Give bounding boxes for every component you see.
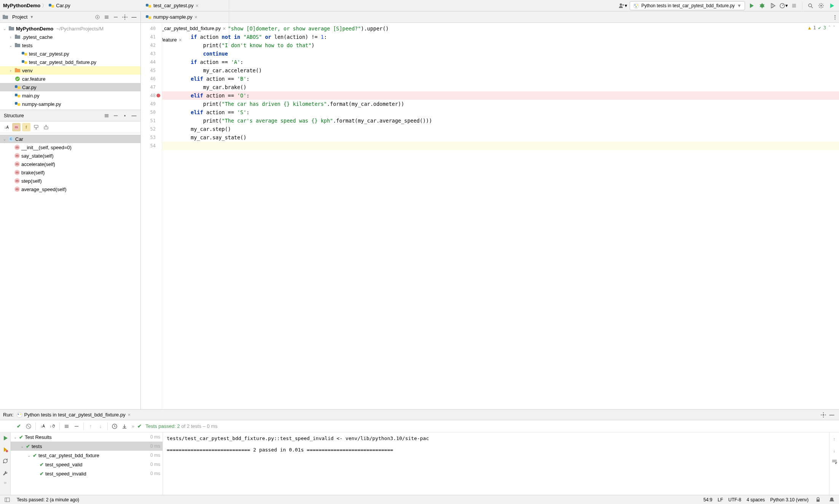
show-ignored-icon[interactable] [24,422,33,431]
project-item[interactable]: test_car_pytest_bdd_fixture.py [0,58,140,66]
test-result-row[interactable]: ⌄✔Test Results0 ms [11,432,163,442]
editor-gutter[interactable]: 404142434445464748495051525354 [141,23,162,409]
structure-member[interactable]: m__init__(self, speed=0) [0,143,140,152]
structure-tree[interactable]: ⌄ C Car m__init__(self, speed=0)msay_sta… [0,133,140,409]
svg-rect-39 [146,4,148,6]
structure-member[interactable]: msay_state(self) [0,152,140,160]
test-result-row[interactable]: ⌄✔test_car_pytest_bdd_fixture0 ms [11,451,163,460]
rerun-failed-icon[interactable] [1,445,10,454]
filter-methods-icon[interactable]: m [12,123,21,131]
project-root[interactable]: ⌄ MyPythonDemo ~/PycharmProjects/M [0,24,140,33]
collapse-all-icon[interactable] [112,112,120,120]
close-icon[interactable]: × [195,14,198,20]
editor-tab[interactable]: numpy-sample.py× [142,11,229,23]
test-result-row[interactable]: ✔test_speed_valid0 ms [11,460,163,469]
collapse-all-icon[interactable] [72,422,81,431]
more-icon[interactable]: » [4,480,6,485]
project-view-title[interactable]: Project [12,14,27,20]
project-item[interactable]: ›venv [0,66,140,75]
test-results-tree[interactable]: ⌄✔Test Results0 ms⌄✔tests0 ms⌄✔test_car_… [11,432,163,495]
close-icon[interactable]: × [196,3,199,9]
profile-button[interactable]: ▾ [779,2,788,10]
scroll-up-icon[interactable]: ↑ [830,435,839,443]
structure-member[interactable]: mbrake(self) [0,168,140,177]
gear-icon[interactable] [121,112,129,120]
next-failed-icon[interactable]: ↓ [96,422,105,431]
autoscroll-from-icon[interactable] [42,123,50,131]
expand-all-icon[interactable] [102,112,111,120]
notifications-icon[interactable] [828,496,836,504]
project-item[interactable]: car.feature [0,75,140,83]
sort-alpha-icon[interactable]: ↓A [2,123,11,131]
structure-member[interactable]: mstep(self) [0,177,140,185]
structure-member[interactable]: maverage_speed(self) [0,185,140,193]
wrench-icon[interactable] [1,468,10,477]
gear-icon[interactable] [819,411,828,419]
project-item[interactable]: numpy-sample.py [0,100,140,108]
svg-point-46 [17,412,22,418]
project-item[interactable]: main.py [0,91,140,100]
autoscroll-to-icon[interactable] [32,123,40,131]
collapse-all-icon[interactable] [112,13,120,21]
svg-rect-17 [9,27,14,30]
coverage-button[interactable] [769,2,777,10]
dropdown-icon[interactable]: ▼ [30,15,33,19]
expand-all-icon[interactable] [102,13,111,21]
next-highlight-icon[interactable]: ˅ [833,25,835,30]
test-result-row[interactable]: ⌄✔tests0 ms [11,442,163,451]
file-encoding[interactable]: UTF-8 [728,497,741,502]
more-icon[interactable]: ⋮ [831,13,839,21]
structure-view-title[interactable]: Structure [4,113,24,118]
hide-icon[interactable]: — [828,411,836,419]
inspections-widget[interactable]: ▲1 ✔3 ˄ ˅ [808,25,835,30]
structure-class[interactable]: ⌄ C Car [0,135,140,143]
run-configuration-selector[interactable]: Python tests in test_car_pytest_bdd_fixt… [630,1,745,10]
structure-member[interactable]: maccelerate(self) [0,160,140,168]
lock-icon[interactable] [814,496,822,504]
project-item[interactable]: Car.py [0,83,140,91]
tool-windows-icon[interactable] [3,496,11,504]
run-tab-label[interactable]: Python tests in test_car_pytest_bdd_fixt… [24,412,125,418]
expand-all-icon[interactable] [62,422,71,431]
run-button[interactable] [747,2,756,10]
breakpoint-icon[interactable] [156,94,160,97]
editor-tab[interactable]: test_car_pytest.py× [142,0,229,11]
cursor-position[interactable]: 54:9 [703,497,712,502]
test-console[interactable]: tests/test_car_pytest_bdd_fixture.py::te… [163,432,829,495]
breadcrumb-file[interactable]: Car.py [56,3,70,8]
test-result-row[interactable]: ✔test_speed_invalid0 ms [11,469,163,478]
add-user-icon[interactable]: ▾ [619,2,627,10]
hide-icon[interactable]: — [130,13,138,21]
sort-duration-icon[interactable]: ↓⏱ [48,422,57,431]
project-item[interactable]: test_car_pytest.py [0,49,140,58]
soft-wrap-icon[interactable] [830,458,839,466]
select-opened-icon[interactable] [93,13,102,21]
code-editor[interactable]: 404142434445464748495051525354 "show [O]… [141,23,839,409]
project-item[interactable]: ›.pytest_cache [0,33,140,41]
close-icon[interactable]: × [128,412,131,418]
filter-fields-icon[interactable]: f [22,123,30,131]
debug-button[interactable] [758,2,766,10]
show-passed-icon[interactable]: ✔ [14,422,23,431]
sort-alpha-icon[interactable]: ↓A [38,422,47,431]
pycharm-icon[interactable] [828,2,836,10]
project-item[interactable]: ⌄tests [0,41,140,49]
python-interpreter[interactable]: Python 3.10 (venv) [770,497,809,502]
prev-highlight-icon[interactable]: ˄ [828,25,831,30]
rerun-button[interactable] [1,434,10,442]
line-separator[interactable]: LF [718,497,723,502]
hide-icon[interactable]: — [130,112,138,120]
project-tree[interactable]: ⌄ MyPythonDemo ~/PycharmProjects/M ›.pyt… [0,23,140,110]
svg-rect-13 [3,15,5,16]
import-tests-icon[interactable] [120,422,129,431]
search-button[interactable] [806,2,815,10]
gear-icon[interactable] [121,13,129,21]
prev-failed-icon[interactable]: ↑ [86,422,95,431]
breadcrumb-project[interactable]: MyPythonDemo [3,3,40,8]
toggle-auto-icon[interactable] [1,457,10,465]
scroll-down-icon[interactable]: ↓ [830,446,839,455]
settings-button[interactable] [817,2,825,10]
indent-setting[interactable]: 4 spaces [746,497,765,502]
test-history-icon[interactable] [110,422,119,431]
stop-button[interactable] [790,2,798,10]
